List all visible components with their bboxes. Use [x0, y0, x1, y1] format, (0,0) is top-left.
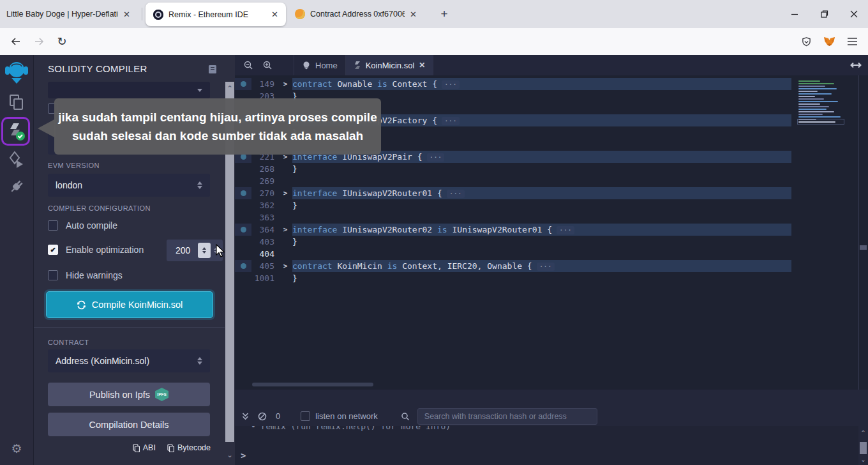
browser-tab-3[interactable]: Contract Address 0xf67006f8d22 ✕ — [295, 0, 423, 28]
scroll-up-icon[interactable]: ⌃ — [858, 429, 868, 436]
publish-ipfs-button[interactable]: Publish on Ipfs IPFS — [48, 383, 210, 406]
auto-compile-row: Auto compile — [48, 220, 117, 231]
hide-warnings-checkbox[interactable] — [48, 270, 58, 280]
fold-chevron-icon[interactable] — [278, 211, 292, 224]
code-row[interactable]: 363 — [235, 211, 791, 224]
code-row[interactable]: 405>contract KoinMicin is Context, IERC2… — [235, 260, 791, 272]
tab-home[interactable]: Home — [294, 55, 346, 75]
evm-version-select[interactable]: london — [48, 174, 210, 197]
optimization-runs-input[interactable]: 200 — [167, 240, 223, 261]
browser-tab-2-active[interactable]: Remix - Ethereum IDE ✕ — [146, 3, 286, 26]
scroll-down-icon[interactable]: ⌄ — [858, 456, 868, 463]
section-dot-icon — [241, 263, 246, 269]
enable-optimization-checkbox[interactable]: ✔ — [48, 245, 58, 255]
fold-chevron-icon[interactable]: > — [278, 224, 292, 236]
code-row[interactable]: 1001} — [235, 272, 791, 284]
vertical-scrollbar-thumb[interactable] — [860, 245, 867, 250]
plugin-manager-icon[interactable] — [0, 178, 33, 195]
remix-logo[interactable] — [0, 59, 33, 87]
code-row[interactable]: 403} — [235, 236, 791, 248]
window-minimize-button[interactable] — [785, 6, 804, 22]
select-caret-icon — [197, 357, 202, 365]
window-restore-button[interactable] — [815, 6, 834, 22]
settings-gear-icon[interactable]: ⚙ — [0, 441, 33, 456]
browser-tab-1[interactable]: Little Baby Doge | Hyper-Deflationar ✕ — [6, 0, 134, 28]
code-row[interactable]: 404 — [235, 248, 791, 260]
folded-ellipsis[interactable]: ··· — [557, 226, 574, 234]
scroll-up-icon[interactable]: ⌃ — [225, 84, 235, 93]
collapse-terminal-icon[interactable] — [241, 412, 250, 420]
code-text — [292, 175, 791, 187]
copy-abi-button[interactable]: ABI — [133, 443, 156, 452]
folded-ellipsis[interactable]: ··· — [442, 80, 460, 89]
back-button[interactable] — [8, 34, 24, 49]
metamask-icon[interactable] — [821, 34, 837, 49]
zoom-out-icon[interactable] — [239, 60, 258, 70]
contract-select[interactable]: Address (KoinMicin.sol) — [48, 349, 210, 372]
fold-chevron-icon[interactable]: > — [278, 187, 292, 199]
screen: Little Baby Doge | Hyper-Deflationar ✕ R… — [0, 0, 868, 465]
folded-ellipsis[interactable]: ··· — [537, 263, 555, 271]
panel-title: SOLIDITY COMPILER — [48, 63, 147, 74]
folded-ellipsis[interactable]: ··· — [447, 190, 465, 198]
listen-network-checkbox[interactable] — [301, 411, 310, 421]
fold-chevron-icon[interactable] — [278, 163, 292, 175]
code-row[interactable]: 149>contract Ownable is Context {··· — [235, 78, 791, 90]
window-close-button[interactable] — [844, 6, 864, 22]
fold-chevron-icon[interactable] — [278, 175, 292, 187]
gutter-marker — [235, 260, 251, 272]
reload-button[interactable]: ↻ — [54, 34, 70, 49]
tab-koinmicin[interactable]: KoinMicin.sol ✕ — [346, 55, 434, 75]
code-row[interactable]: 364>interface IUniswapV2Router02 is IUni… — [235, 224, 791, 236]
menu-hamburger-icon[interactable] — [844, 34, 860, 49]
code-row[interactable]: 362} — [235, 199, 791, 211]
code-row[interactable]: 270>interface IUniswapV2Router01 {··· — [235, 187, 791, 199]
fold-chevron-icon[interactable]: > — [278, 260, 292, 272]
fold-chevron-icon[interactable] — [278, 236, 292, 248]
folded-ellipsis[interactable]: ··· — [442, 117, 460, 125]
tab-close-icon[interactable]: ✕ — [271, 10, 278, 19]
copy-icon — [167, 444, 174, 452]
terminal-scrollbar[interactable]: ⌃ ⌄ — [858, 426, 868, 465]
terminal: 0 listen on network Search with transact… — [235, 390, 868, 465]
hide-warnings-row: Hide warnings — [48, 270, 123, 280]
divider — [34, 327, 225, 328]
code-row[interactable]: 269 — [235, 175, 791, 187]
protection-icon[interactable] — [798, 34, 814, 49]
gutter-marker — [235, 175, 251, 187]
terminal-output[interactable]: • remix (run remix.help() for more info)… — [235, 426, 858, 465]
fold-chevron-icon[interactable]: > — [278, 78, 292, 90]
file-explorer-icon[interactable] — [0, 93, 33, 111]
tab-close-icon[interactable]: ✕ — [123, 10, 130, 19]
minimap[interactable] — [795, 75, 858, 390]
code-text: interface IUniswapV2Router02 is IUniswap… — [292, 224, 791, 236]
terminal-search-input[interactable]: Search with transaction hash or address — [417, 408, 597, 425]
folded-ellipsis[interactable]: ··· — [427, 153, 445, 162]
docs-book-icon[interactable] — [208, 65, 217, 74]
browser-tabstrip: Little Baby Doge | Hyper-Deflationar ✕ R… — [0, 0, 868, 28]
compiler-version-select[interactable] — [48, 82, 210, 98]
compilation-details-button[interactable]: Compilation Details — [48, 413, 210, 436]
compiler-configuration-label: COMPILER CONFIGURATION — [48, 204, 151, 212]
scrollbar-thumb[interactable] — [860, 442, 867, 454]
zoom-in-icon[interactable] — [258, 60, 277, 70]
new-tab-button[interactable]: + — [436, 0, 453, 28]
deploy-run-icon[interactable] — [0, 151, 33, 170]
clear-console-icon[interactable] — [258, 412, 267, 421]
auto-compile-checkbox[interactable] — [48, 220, 58, 231]
forward-button[interactable] — [31, 34, 47, 49]
horizontal-scrollbar-thumb[interactable] — [252, 383, 373, 386]
fold-chevron-icon[interactable] — [278, 248, 292, 260]
compile-button[interactable]: Compile KoinMicin.sol — [46, 291, 213, 318]
copy-icon — [133, 444, 140, 452]
tab-close-icon[interactable]: ✕ — [419, 61, 425, 70]
tab-close-icon[interactable]: ✕ — [410, 10, 417, 19]
fold-chevron-icon[interactable] — [278, 199, 292, 211]
scroll-down-icon[interactable]: ⌄ — [225, 451, 235, 459]
copy-bytecode-button[interactable]: Bytecode — [167, 443, 211, 452]
code-row[interactable]: 268} — [235, 163, 791, 175]
section-dot-icon — [241, 81, 246, 87]
expand-horizontal-icon[interactable] — [850, 61, 862, 69]
number-spinner[interactable] — [198, 243, 211, 258]
fold-chevron-icon[interactable] — [278, 272, 292, 284]
